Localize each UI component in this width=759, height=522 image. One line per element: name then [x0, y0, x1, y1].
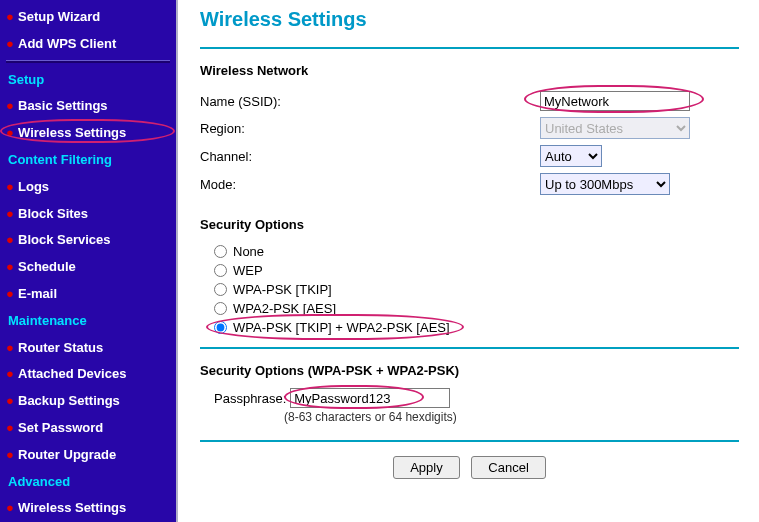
mode-select[interactable]: Up to 300Mbps: [540, 173, 670, 195]
region-label: Region:: [200, 121, 540, 136]
bullet-icon: ●: [6, 445, 14, 466]
nav-basic-settings[interactable]: ●Basic Settings: [0, 93, 176, 120]
bullet-icon: ●: [6, 96, 14, 117]
nav-label: Setup Wizard: [18, 9, 100, 24]
security-option-row: WPA2-PSK [AES]: [214, 299, 739, 318]
bullet-icon: ●: [6, 338, 14, 359]
nav-label: Block Services: [18, 232, 111, 247]
ssid-input[interactable]: [540, 91, 690, 111]
separator: [200, 347, 739, 349]
security-heading: Security Options: [200, 217, 739, 232]
nav-separator: [6, 60, 170, 63]
cancel-button[interactable]: Cancel: [471, 456, 545, 479]
nav-block-sites[interactable]: ●Block Sites: [0, 201, 176, 228]
ssid-label: Name (SSID):: [200, 94, 540, 109]
sec-wpa2-aes-radio[interactable]: [214, 302, 227, 315]
nav-label: E-mail: [18, 286, 57, 301]
nav-logs[interactable]: ●Logs: [0, 174, 176, 201]
nav-attached-devices[interactable]: ●Attached Devices: [0, 361, 176, 388]
apply-button[interactable]: Apply: [393, 456, 460, 479]
bullet-icon: ●: [6, 391, 14, 412]
bullet-icon: ●: [6, 204, 14, 225]
sec-wpa-tkip-radio[interactable]: [214, 283, 227, 296]
passphrase-label: Passphrase:: [214, 391, 286, 406]
channel-label: Channel:: [200, 149, 540, 164]
bullet-icon: ●: [6, 7, 14, 28]
nav-setup-wizard[interactable]: ●Setup Wizard: [0, 4, 176, 31]
bullet-icon: ●: [6, 498, 14, 519]
bullet-icon: ●: [6, 177, 14, 198]
sidebar: ●Setup Wizard●Add WPS ClientSetup●Basic …: [0, 0, 178, 522]
sec-wep-radio[interactable]: [214, 264, 227, 277]
nav-header: Maintenance: [0, 308, 176, 335]
nav-label: Block Sites: [18, 206, 88, 221]
separator: [200, 440, 739, 442]
bullet-icon: ●: [6, 364, 14, 385]
security-option-label: WPA-PSK [TKIP]: [233, 282, 332, 297]
nav-router-upgrade[interactable]: ●Router Upgrade: [0, 442, 176, 469]
nav-label: Schedule: [18, 259, 76, 274]
security-option-row: WPA-PSK [TKIP] + WPA2-PSK [AES]: [214, 318, 739, 337]
nav-schedule[interactable]: ●Schedule: [0, 254, 176, 281]
nav-label: Wireless Settings: [18, 125, 126, 140]
bullet-icon: ●: [6, 34, 14, 55]
security-option-label: WEP: [233, 263, 263, 278]
nav-wireless-settings[interactable]: ●Wireless Settings: [0, 120, 176, 147]
nav-header: Setup: [0, 67, 176, 94]
bullet-icon: ●: [6, 257, 14, 278]
psk-section-heading: Security Options (WPA-PSK + WPA2-PSK): [200, 363, 739, 378]
security-options-group: NoneWEPWPA-PSK [TKIP]WPA2-PSK [AES]WPA-P…: [214, 242, 739, 337]
page-title: Wireless Settings: [200, 8, 739, 31]
security-option-label: WPA2-PSK [AES]: [233, 301, 336, 316]
region-select: United States: [540, 117, 690, 139]
security-option-row: None: [214, 242, 739, 261]
nav-router-status[interactable]: ●Router Status: [0, 335, 176, 362]
nav-label: Attached Devices: [18, 366, 126, 381]
nav-label: Basic Settings: [18, 98, 108, 113]
passphrase-hint: (8-63 characters or 64 hexdigits): [284, 410, 739, 424]
wireless-network-heading: Wireless Network: [200, 63, 739, 78]
nav-label: Logs: [18, 179, 49, 194]
security-option-label: WPA-PSK [TKIP] + WPA2-PSK [AES]: [233, 320, 450, 335]
mode-label: Mode:: [200, 177, 540, 192]
channel-select[interactable]: Auto: [540, 145, 602, 167]
nav-set-password[interactable]: ●Set Password: [0, 415, 176, 442]
nav-block-services[interactable]: ●Block Services: [0, 227, 176, 254]
nav-label: Set Password: [18, 420, 103, 435]
sec-none-radio[interactable]: [214, 245, 227, 258]
nav-label: Router Status: [18, 340, 103, 355]
bullet-icon: ●: [6, 418, 14, 439]
bullet-icon: ●: [6, 284, 14, 305]
nav-label: Router Upgrade: [18, 447, 116, 462]
nav-email[interactable]: ●E-mail: [0, 281, 176, 308]
nav-header: Advanced: [0, 469, 176, 496]
nav-header: Content Filtering: [0, 147, 176, 174]
separator: [200, 47, 739, 49]
nav-backup-settings[interactable]: ●Backup Settings: [0, 388, 176, 415]
passphrase-input[interactable]: [290, 388, 450, 408]
nav-label: Backup Settings: [18, 393, 120, 408]
bullet-icon: ●: [6, 230, 14, 251]
security-option-label: None: [233, 244, 264, 259]
security-option-row: WEP: [214, 261, 739, 280]
nav-label: Wireless Settings: [18, 500, 126, 515]
sec-wpa-mixed-radio[interactable]: [214, 321, 227, 334]
nav-adv-wireless-settings[interactable]: ●Wireless Settings: [0, 495, 176, 522]
nav-add-wps-client[interactable]: ●Add WPS Client: [0, 31, 176, 58]
main-panel: Wireless Settings Wireless Network Name …: [178, 0, 759, 522]
security-option-row: WPA-PSK [TKIP]: [214, 280, 739, 299]
nav-label: Add WPS Client: [18, 36, 116, 51]
bullet-icon: ●: [6, 123, 14, 144]
